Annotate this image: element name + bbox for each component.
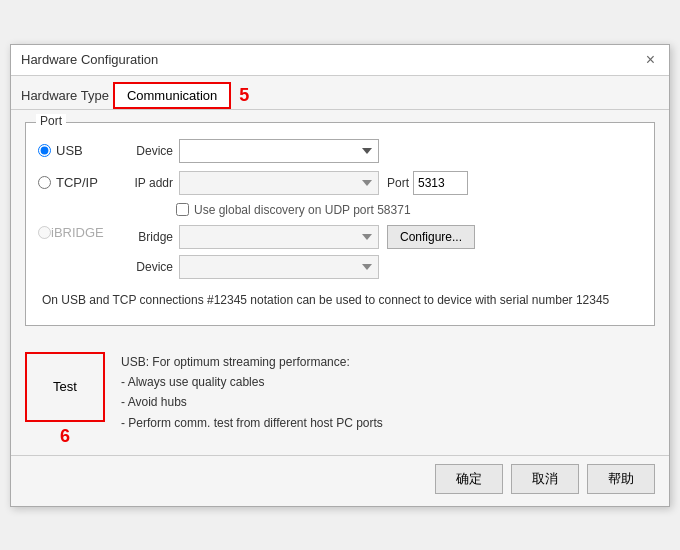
- port-group-title: Port: [36, 114, 66, 128]
- test-section: Test 6: [25, 352, 105, 447]
- tcpip-label: TCP/IP: [56, 175, 98, 190]
- hardware-type-label: Hardware Type: [21, 88, 109, 103]
- tab-bar: Hardware Type Communication 5: [11, 76, 669, 110]
- bridge-label: Bridge: [118, 230, 173, 244]
- main-content: Port USB Device TCP/IP: [11, 110, 669, 344]
- bridge-dropdown[interactable]: [179, 225, 379, 249]
- tcpip-radio[interactable]: [38, 176, 51, 189]
- tab-number: 5: [239, 85, 249, 106]
- usb-row: USB Device: [38, 139, 642, 163]
- usb-radio-label[interactable]: USB: [38, 143, 118, 158]
- tips-text: USB: For optimum streaming performance:-…: [121, 352, 383, 447]
- title-bar: Hardware Configuration ×: [11, 45, 669, 76]
- test-button[interactable]: Test: [25, 352, 105, 422]
- usb-device-dropdown[interactable]: [179, 139, 379, 163]
- port-input[interactable]: 5313: [413, 171, 468, 195]
- window-title: Hardware Configuration: [21, 52, 158, 67]
- ibridge-fields: Bridge Configure... Device: [118, 225, 475, 279]
- ibridge-device-dropdown[interactable]: [179, 255, 379, 279]
- configure-button[interactable]: Configure...: [387, 225, 475, 249]
- ibridge-radio-label[interactable]: iBRIDGE: [38, 225, 118, 240]
- ibridge-device-row: Device: [118, 255, 475, 279]
- communication-tab[interactable]: Communication: [113, 82, 231, 109]
- usb-radio[interactable]: [38, 144, 51, 157]
- device-label-ibridge: Device: [118, 260, 173, 274]
- usb-label: USB: [56, 143, 83, 158]
- udp-row: Use global discovery on UDP port 58371: [176, 203, 642, 217]
- ibridge-row: iBRIDGE Bridge Configure... Device: [38, 225, 642, 279]
- tcpip-row: TCP/IP IP addr Port 5313: [38, 171, 642, 195]
- udp-text: Use global discovery on UDP port 58371: [194, 203, 411, 217]
- port-label: Port: [387, 176, 409, 190]
- close-button[interactable]: ×: [642, 51, 659, 69]
- port-group: Port USB Device TCP/IP: [25, 122, 655, 326]
- help-button[interactable]: 帮助: [587, 464, 655, 494]
- info-text: On USB and TCP connections #12345 notati…: [38, 287, 642, 313]
- confirm-button[interactable]: 确定: [435, 464, 503, 494]
- tcpip-radio-label[interactable]: TCP/IP: [38, 175, 118, 190]
- bottom-section: Test 6 USB: For optimum streaming perfor…: [11, 344, 669, 455]
- udp-checkbox[interactable]: [176, 203, 189, 216]
- ibridge-label: iBRIDGE: [51, 225, 104, 240]
- cancel-button[interactable]: 取消: [511, 464, 579, 494]
- device-label-usb: Device: [118, 144, 173, 158]
- ip-addr-dropdown[interactable]: [179, 171, 379, 195]
- hardware-config-window: Hardware Configuration × Hardware Type C…: [10, 44, 670, 507]
- ibridge-bridge-row: Bridge Configure...: [118, 225, 475, 249]
- bottom-number: 6: [60, 426, 70, 447]
- footer: 确定 取消 帮助: [11, 455, 669, 506]
- ibridge-radio[interactable]: [38, 226, 51, 239]
- port-rows: USB Device TCP/IP IP addr Port 5313: [38, 139, 642, 313]
- ip-addr-label: IP addr: [118, 176, 173, 190]
